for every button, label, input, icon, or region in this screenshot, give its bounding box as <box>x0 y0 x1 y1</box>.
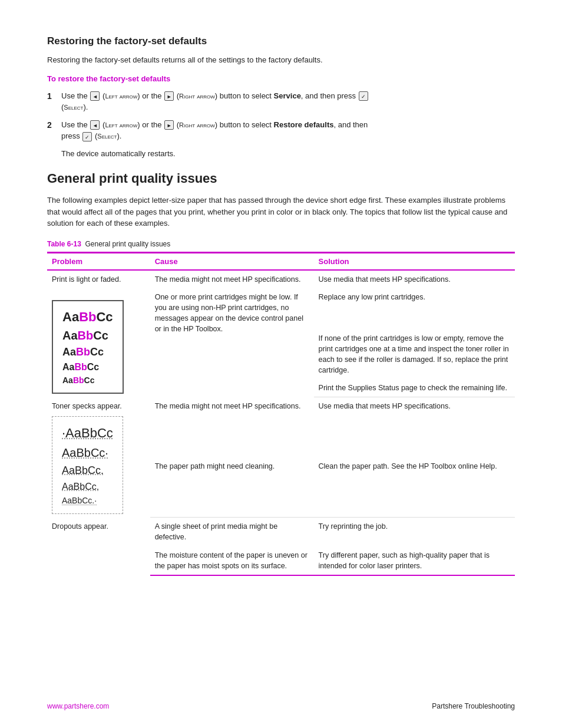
problem-text-2: Toner specks appear. <box>52 402 122 410</box>
solution-cell-3a: Try reprinting the job. <box>314 518 515 546</box>
left-arrow-icon-2: ◄ <box>90 120 100 130</box>
table-caption: Table 6-13 General print quality issues <box>47 240 515 248</box>
right-arrow-label-2: Right arrow <box>179 121 215 129</box>
table-row: Toner specks appear. ·AaBbCc AaBbCc· AaB… <box>47 397 515 457</box>
right-arrow-icon-2: ► <box>164 120 174 130</box>
magenta-b-2: Bb <box>78 329 94 342</box>
footer-link[interactable]: www.partshere.com <box>47 702 109 710</box>
right-arrow-icon-1: ► <box>164 91 174 101</box>
table-caption-text: General print quality issues <box>85 240 170 248</box>
speck-row-2: AaBbCc· <box>62 443 113 462</box>
sample-row-3: AaBbCc <box>62 344 113 360</box>
step-1-content: Use the ◄ (Left arrow) or the ► (Right a… <box>61 90 515 113</box>
cause-cell-3b: The moisture content of the paper is une… <box>150 546 314 575</box>
speck-row-5: AaBbCc.· <box>62 494 113 507</box>
table-row: Print is light or faded. AaBbCc AaBbCc A… <box>47 270 515 288</box>
solution-cell-2a: Use media that meets HP specifications. <box>314 397 515 457</box>
select-label-2: Select <box>97 133 117 140</box>
magenta-b-3: Bb <box>76 346 90 358</box>
table-body: Print is light or faded. AaBbCc AaBbCc A… <box>47 270 515 575</box>
cause-cell-3a: A single sheet of print media might be d… <box>150 518 314 546</box>
table-label: Table 6-13 <box>47 240 81 248</box>
left-arrow-label-2: Left arrow <box>105 121 137 129</box>
step-2-content: Use the ◄ (Left arrow) or the ► (Right a… <box>61 119 515 142</box>
problem-cell-2: Toner specks appear. ·AaBbCc AaBbCc· AaB… <box>47 397 150 518</box>
restore-bold: Restore defaults <box>274 120 334 129</box>
faded-sample-box: AaBbCc AaBbCc AaBbCc AaBbCc AaBbCc <box>52 300 124 394</box>
solution-cell-2b: Clean the paper path. See the HP Toolbox… <box>314 457 515 518</box>
right-arrow-label-1: Right arrow <box>179 93 215 100</box>
section2-intro: The following examples depict letter-siz… <box>47 195 515 229</box>
magenta-b-1: Bb <box>79 309 96 324</box>
auto-restart-text: The device automatically restarts. <box>61 148 515 160</box>
problem-cell-3: Dropouts appear. <box>47 518 150 575</box>
page-footer: www.partshere.com Partshere Troubleshoot… <box>47 702 515 710</box>
speck-row-3: AaBbCc. <box>62 462 113 479</box>
table-header: Problem Cause Solution <box>47 252 515 270</box>
cause-cell-2a: The media might not meet HP specificatio… <box>150 397 314 457</box>
section1-intro: Restoring the factory-set defaults retur… <box>47 54 515 66</box>
select-icon-1: ✓ <box>359 91 368 101</box>
problem-cell-1: Print is light or faded. AaBbCc AaBbCc A… <box>47 270 150 397</box>
left-arrow-icon-1: ◄ <box>90 91 100 101</box>
solution-cell-1b-1: Replace any low print cartridges. <box>314 288 515 330</box>
solution-cell-1b-3: Print the Supplies Status page to check … <box>314 379 515 397</box>
sample-row-1: AaBbCc <box>62 307 113 327</box>
cause-cell-2b: The paper path might need cleaning. <box>150 457 314 518</box>
step-1: 1 Use the ◄ (Left arrow) or the ► (Right… <box>47 90 515 113</box>
magenta-b-5: Bb <box>73 375 84 385</box>
header-row: Problem Cause Solution <box>47 252 515 270</box>
sample-row-2: AaBbCc <box>62 327 113 344</box>
section1-subheading: To restore the factory-set defaults <box>47 74 515 83</box>
select-label-1: Select <box>64 104 83 111</box>
header-cause: Cause <box>150 252 314 270</box>
solution-cell-1a: Use media that meets HP specifications. <box>314 270 515 288</box>
solution-cell-3b: Try different paper, such as high-qualit… <box>314 546 515 575</box>
select-icon-2: ✓ <box>82 132 92 141</box>
footer-right-text: Partshere Troubleshooting <box>432 702 515 710</box>
section1-heading: Restoring the factory-set defaults <box>47 35 515 47</box>
sample-row-5: AaBbCc <box>62 374 113 387</box>
problem-text-1: Print is light or faded. <box>52 275 121 284</box>
magenta-b-4: Bb <box>74 362 87 372</box>
header-problem: Problem <box>47 252 150 270</box>
speck-row-1: ·AaBbCc <box>62 423 113 443</box>
print-quality-table: Problem Cause Solution Print is light or… <box>47 252 515 576</box>
table-row: Dropouts appear. A single sheet of print… <box>47 518 515 546</box>
cause-cell-1b: One or more print cartridges might be lo… <box>150 288 314 397</box>
step-2-number: 2 <box>47 119 61 142</box>
header-solution: Solution <box>314 252 515 270</box>
sample-row-4: AaBbCc <box>62 360 113 374</box>
step-2: 2 Use the ◄ (Left arrow) or the ► (Right… <box>47 119 515 142</box>
left-arrow-label-1: Left arrow <box>105 93 137 100</box>
step-1-number: 1 <box>47 90 61 113</box>
speck-row-4: AaBbCc. <box>62 479 113 495</box>
cause-cell-1a: The media might not meet HP specificatio… <box>150 270 314 288</box>
section2-heading: General print quality issues <box>47 171 515 186</box>
speck-sample-box: ·AaBbCc AaBbCc· AaBbCc. AaBbCc. AaBbCc.· <box>52 416 123 514</box>
steps-list: 1 Use the ◄ (Left arrow) or the ► (Right… <box>47 90 515 142</box>
solution-cell-1b-2: If none of the print cartridges is low o… <box>314 330 515 380</box>
service-bold: Service <box>274 91 301 100</box>
